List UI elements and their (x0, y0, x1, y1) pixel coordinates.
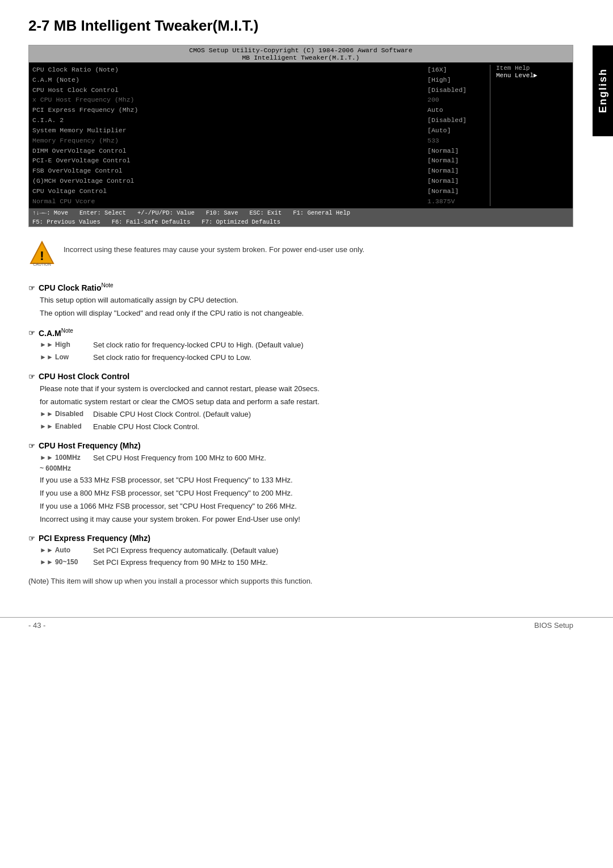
section-pci-express-frequency: ☞PCI Express Frequency (Mhz)►► AutoSet P… (28, 534, 573, 569)
bullet-item: ►► AutoSet PCI Express frequency automat… (40, 545, 573, 557)
bios-row: PCI Express Frequency (Mhz)Auto (32, 105, 484, 115)
section-body: ►► HighSet clock ratio for frequency-loc… (28, 339, 573, 364)
bios-item-help: Item Help Menu Level▶ (490, 65, 569, 206)
caution-text: Incorrect using these features may cause… (64, 240, 364, 254)
bios-row: Memory Frequency (Mhz)533 (32, 136, 484, 146)
section-title: ☞CPU Clock RatioNote (28, 282, 573, 292)
english-tab: English (593, 45, 613, 136)
page-title: 2-7 MB Intelligent Tweaker(M.I.T.) (28, 17, 573, 35)
section-cam: ☞C.A.MNote►► HighSet clock ratio for fre… (28, 328, 573, 364)
section-cpu-clock-ratio: ☞CPU Clock RatioNoteThis setup option wi… (28, 282, 573, 319)
section-title: ☞CPU Host Frequency (Mhz) (28, 441, 573, 450)
svg-text:!: ! (40, 249, 44, 263)
bios-body: CPU Clock Ratio (Note)[16X]C.A.M (Note)[… (29, 62, 573, 208)
bios-row: (G)MCH OverVoltage Control[Normal] (32, 176, 484, 186)
bios-row: PCI-E OverVoltage Control[Normal] (32, 156, 484, 166)
section-title: ☞CPU Host Clock Control (28, 372, 573, 381)
section-body: This setup option will automatically ass… (28, 295, 573, 320)
bios-row: CPU Clock Ratio (Note)[16X] (32, 65, 484, 75)
bullet-item: ►► HighSet clock ratio for frequency-loc… (40, 339, 573, 351)
bios-header1: CMOS Setup Utility-Copyright (C) 1984-20… (29, 45, 573, 62)
svg-text:CAUTION: CAUTION (33, 262, 51, 266)
bios-row: CPU Host Clock Control[Disabled] (32, 85, 484, 95)
bios-row: Normal CPU Vcore1.3875V (32, 196, 484, 207)
bios-footer: ↑↓→←: Move Enter: Select +/-/PU/PD: Valu… (29, 208, 573, 217)
bios-footer2: F5: Previous Values F6: Fail-Safe Defaul… (29, 217, 573, 227)
footer-page-number: - 43 - (28, 621, 45, 630)
sections-container: ☞CPU Clock RatioNoteThis setup option wi… (28, 282, 573, 569)
bios-settings-list: CPU Clock Ratio (Note)[16X]C.A.M (Note)[… (32, 65, 490, 206)
section-title: ☞PCI Express Frequency (Mhz) (28, 534, 573, 543)
bullet-item: ►► 100MHz ~ 600MHzSet CPU Host Frequency… (40, 452, 573, 474)
section-cpu-host-clock-control: ☞CPU Host Clock ControlPlease note that … (28, 372, 573, 433)
caution-box: ! CAUTION Incorrect using these features… (28, 237, 573, 271)
bios-row: CPU Voltage Control[Normal] (32, 186, 484, 196)
bios-row: C.I.A. 2[Disabled] (32, 115, 484, 125)
bios-screenshot: CMOS Setup Utility-Copyright (C) 1984-20… (28, 45, 573, 227)
section-body: ►► AutoSet PCI Express frequency automat… (28, 545, 573, 569)
bullet-item: ►► DisabledDisable CPU Host Clock Contro… (40, 409, 573, 421)
section-body: ►► 100MHz ~ 600MHzSet CPU Host Frequency… (28, 452, 573, 526)
bullet-item: ►► 90~150Set PCI Express frequency from … (40, 557, 573, 569)
bullet-item: ►► EnabledEnable CPU Host Clock Control. (40, 421, 573, 433)
bullet-item: ►► LowSet clock ratio for frequency-lock… (40, 352, 573, 364)
note-text: (Note) This item will show up when you i… (28, 577, 573, 585)
section-cpu-host-frequency: ☞CPU Host Frequency (Mhz)►► 100MHz ~ 600… (28, 441, 573, 526)
main-content: 2-7 MB Intelligent Tweaker(M.I.T.) CMOS … (0, 0, 613, 606)
bios-row: C.A.M (Note)[High] (32, 75, 484, 85)
bios-row: DIMM OverVoltage Control[Normal] (32, 146, 484, 156)
english-label: English (597, 68, 609, 113)
page-footer: - 43 - BIOS Setup (0, 617, 613, 630)
bios-row: System Memory Multiplier[Auto] (32, 125, 484, 136)
bios-row: FSB OverVoltage Control[Normal] (32, 166, 484, 176)
caution-icon: ! CAUTION (28, 240, 56, 269)
footer-section: BIOS Setup (534, 621, 573, 630)
section-body: Please note that if your system is overc… (28, 383, 573, 433)
section-title: ☞C.A.MNote (28, 328, 573, 338)
bios-row: x CPU Host Frequency (Mhz)200 (32, 95, 484, 105)
